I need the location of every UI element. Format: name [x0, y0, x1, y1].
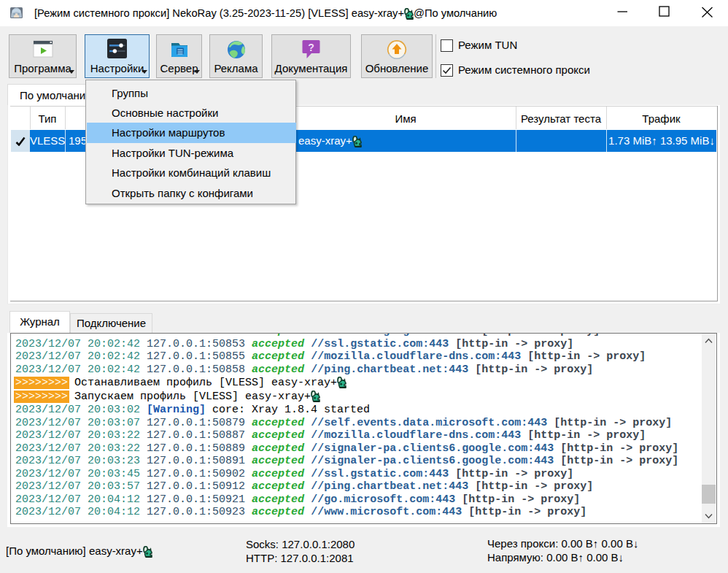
svg-text:?: ? [308, 42, 314, 53]
